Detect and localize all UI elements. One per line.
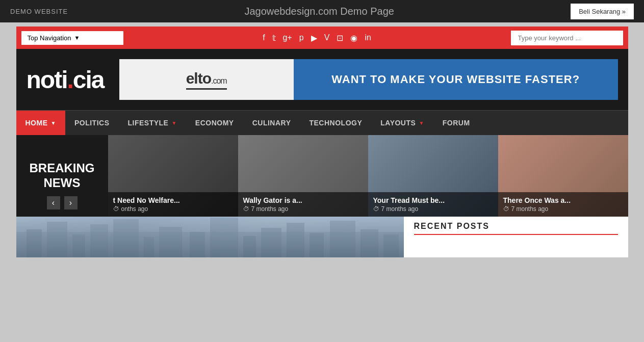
demo-label: DEMO WEBSITE bbox=[10, 8, 68, 15]
breaking-text2: NEWS bbox=[44, 176, 81, 191]
clock-icon-1: ⏱ bbox=[113, 205, 119, 213]
carousel-item-4-overlay: There Once Was a... ⏱ 7 months ago bbox=[498, 192, 628, 217]
banner-logo-domain: .com bbox=[211, 76, 227, 85]
social-icons-bar: f 𝕥 g+ p ▶ V ⊡ ◉ in bbox=[123, 33, 511, 43]
linkedin-icon[interactable]: in bbox=[365, 33, 371, 42]
dropdown-arrow-icon: ▼ bbox=[74, 35, 80, 41]
banner-logo-area: elto.com bbox=[119, 59, 294, 100]
nav-technology-label: TECHNOLOGY bbox=[309, 119, 362, 127]
nav-item-economy[interactable]: ECONOMY bbox=[186, 111, 243, 135]
recent-posts-column: RECENT POSTS bbox=[404, 217, 628, 257]
nav-item-forum[interactable]: FORUM bbox=[433, 111, 479, 135]
nav-politics-label: POLITICS bbox=[74, 119, 110, 127]
nav-item-layouts[interactable]: LAYOUTS ▼ bbox=[371, 111, 433, 135]
top-bar: DEMO WEBSITE Jagowebdesign.com Demo Page… bbox=[0, 0, 644, 22]
clock-icon-3: ⏱ bbox=[373, 205, 379, 213]
nav-item-technology[interactable]: TECHNOLOGY bbox=[300, 111, 371, 135]
nav-item-politics[interactable]: POLITICS bbox=[65, 111, 119, 135]
carousel-inner: BREAKING NEWS ‹ › t Need No Welfare... bbox=[16, 135, 628, 217]
carousel-item-2-overlay: Wally Gator is a... ⏱ 7 months ago bbox=[238, 192, 368, 217]
carousel-item-2-meta: ⏱ 7 months ago bbox=[243, 205, 363, 213]
carousel-item-4-meta: ⏱ 7 months ago bbox=[503, 205, 623, 213]
carousel-item-4-title: There Once Was a... bbox=[503, 196, 623, 204]
carousel-item-2-title: Wally Gator is a... bbox=[243, 196, 363, 204]
search-bar bbox=[511, 31, 623, 45]
carousel-item-4[interactable]: There Once Was a... ⏱ 7 months ago bbox=[498, 135, 628, 217]
nav-item-home[interactable]: HOME ▼ bbox=[16, 111, 65, 135]
carousel-item-1-overlay: t Need No Welfare... ⏱ onths ago bbox=[108, 192, 238, 217]
nav-item-culinary[interactable]: CULINARY bbox=[243, 111, 300, 135]
recent-posts-title: RECENT POSTS bbox=[414, 222, 618, 235]
top-navigation-dropdown[interactable]: Top Navigation ▼ bbox=[21, 31, 123, 45]
clock-icon-4: ⏱ bbox=[503, 205, 509, 213]
nav-item-lifestyle[interactable]: LIFESTYLE ▼ bbox=[118, 111, 186, 135]
carousel-item-2[interactable]: Wally Gator is a... ⏱ 7 months ago bbox=[238, 135, 368, 217]
nav-bar: Top Navigation ▼ f 𝕥 g+ p ▶ V ⊡ ◉ in bbox=[16, 27, 628, 49]
nav-layouts-label: LAYOUTS bbox=[380, 119, 416, 127]
logo-dot: . bbox=[67, 66, 72, 93]
breaking-text1: BREAKING bbox=[29, 161, 94, 176]
facebook-icon[interactable]: f bbox=[263, 33, 265, 42]
clock-icon-2: ⏱ bbox=[243, 205, 249, 213]
nav-layouts-arrow: ▼ bbox=[419, 120, 424, 126]
logo-text1: noti bbox=[27, 66, 67, 93]
carousel-area: BREAKING NEWS ‹ › t Need No Welfare... bbox=[16, 135, 628, 217]
site-title: Jagowebdesign.com Demo Page bbox=[244, 6, 394, 17]
nav-home-arrow: ▼ bbox=[51, 120, 56, 126]
carousel-item-1[interactable]: t Need No Welfare... ⏱ onths ago bbox=[108, 135, 238, 217]
banner-tagline: WANT TO MAKE YOUR WEBSITE FASTER? bbox=[294, 59, 618, 100]
carousel-item-3-title: Your Tread Must be... bbox=[373, 196, 493, 204]
carousel-item-1-meta: ⏱ onths ago bbox=[113, 205, 233, 213]
nav-home-label: HOME bbox=[25, 119, 48, 127]
carousel-item-3-meta: ⏱ 7 months ago bbox=[373, 205, 493, 213]
twitter-icon[interactable]: 𝕥 bbox=[272, 33, 276, 43]
buy-button[interactable]: Beli Sekarang » bbox=[571, 4, 634, 19]
city-image bbox=[16, 217, 404, 257]
breaking-news-label: BREAKING NEWS ‹ › bbox=[16, 135, 108, 217]
banner-logo-name: elto bbox=[186, 70, 211, 87]
carousel-item-4-time: 7 months ago bbox=[511, 205, 549, 213]
bottom-row: RECENT POSTS bbox=[16, 217, 628, 257]
vimeo-icon[interactable]: V bbox=[324, 33, 330, 42]
googleplus-icon[interactable]: g+ bbox=[283, 33, 292, 42]
carousel-next-button[interactable]: › bbox=[64, 196, 78, 209]
flickr-icon[interactable]: ⊡ bbox=[337, 33, 343, 43]
outer-wrapper: Top Navigation ▼ f 𝕥 g+ p ▶ V ⊡ ◉ in not… bbox=[0, 22, 644, 261]
top-navigation-label: Top Navigation bbox=[28, 34, 71, 42]
pinterest-icon[interactable]: p bbox=[299, 33, 304, 42]
banner-ad[interactable]: elto.com WANT TO MAKE YOUR WEBSITE FASTE… bbox=[119, 59, 618, 100]
carousel-item-2-time: 7 months ago bbox=[251, 205, 289, 213]
nav-culinary-label: CULINARY bbox=[252, 119, 291, 127]
nav-economy-label: ECONOMY bbox=[195, 119, 234, 127]
carousel-item-1-title: t Need No Welfare... bbox=[113, 196, 233, 204]
carousel-item-3-time: 7 months ago bbox=[381, 205, 419, 213]
site-logo: noti.cia bbox=[27, 66, 104, 94]
main-navigation: HOME ▼ POLITICS LIFESTYLE ▼ ECONOMY CULI… bbox=[16, 110, 628, 135]
search-input[interactable] bbox=[511, 31, 623, 45]
header-area: noti.cia elto.com WANT TO MAKE YOUR WEBS… bbox=[16, 49, 628, 110]
nav-lifestyle-arrow: ▼ bbox=[171, 120, 176, 126]
instagram-icon[interactable]: ◉ bbox=[350, 33, 357, 43]
carousel-prev-button[interactable]: ‹ bbox=[47, 196, 60, 209]
main-container: Top Navigation ▼ f 𝕥 g+ p ▶ V ⊡ ◉ in not… bbox=[16, 27, 628, 257]
youtube-icon[interactable]: ▶ bbox=[311, 33, 317, 43]
carousel-item-1-time: onths ago bbox=[121, 205, 148, 213]
carousel-items-container: t Need No Welfare... ⏱ onths ago Wally G… bbox=[108, 135, 628, 217]
carousel-arrows: ‹ › bbox=[47, 196, 78, 209]
carousel-item-3[interactable]: Your Tread Must be... ⏱ 7 months ago bbox=[368, 135, 498, 217]
logo-text2: cia bbox=[73, 66, 104, 93]
carousel-item-3-overlay: Your Tread Must be... ⏱ 7 months ago bbox=[368, 192, 498, 217]
nav-forum-label: FORUM bbox=[443, 119, 470, 127]
nav-lifestyle-label: LIFESTYLE bbox=[127, 119, 168, 127]
